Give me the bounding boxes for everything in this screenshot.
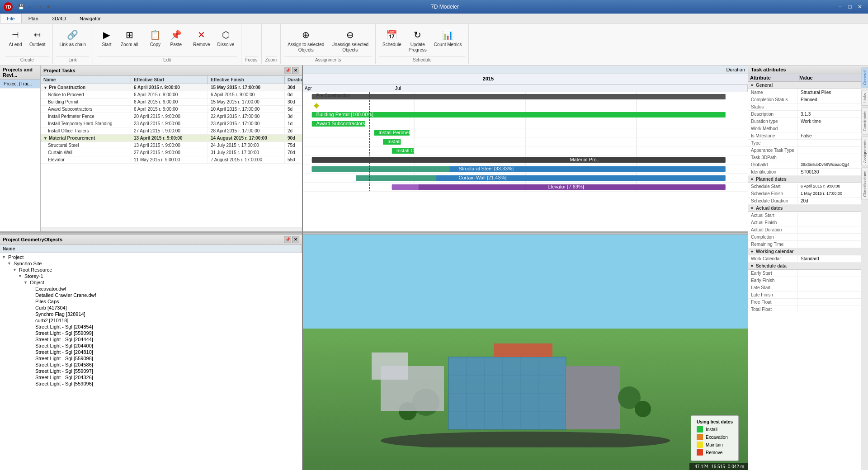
update-progress-btn[interactable]: ↻ UpdateProgress bbox=[406, 26, 430, 55]
tasks-pin-btn[interactable]: 📌 bbox=[284, 67, 291, 74]
zoom-all-btn[interactable]: ⊞ Zoom all bbox=[118, 26, 141, 50]
list-item[interactable]: Street Light - Sgl [559096] bbox=[0, 381, 302, 387]
list-item[interactable]: Street Light - Sgl [204586] bbox=[0, 362, 302, 368]
tab-3d4d[interactable]: 3D/4D bbox=[45, 14, 73, 23]
attr-key: Late Start bbox=[748, 284, 798, 291]
attr-key: Early Finish bbox=[748, 277, 798, 284]
assign-objects-btn[interactable]: ⊕ Assign to selectedObjects bbox=[284, 26, 327, 55]
copy-btn[interactable]: 📋 Copy bbox=[145, 26, 165, 50]
attr-section-working-calendar[interactable]: ▼Working calendar bbox=[748, 248, 861, 255]
list-item[interactable]: Curb [417304] bbox=[0, 305, 302, 311]
table-row[interactable]: ▼Material Procurement 13 April 2015 r. 9… bbox=[41, 135, 302, 142]
attr-val: Planned bbox=[798, 96, 861, 103]
tab-navigator[interactable]: Navigator bbox=[73, 14, 108, 23]
geo-pin-btn[interactable]: 📌 bbox=[284, 236, 291, 243]
list-item[interactable]: Street Light - Sgl [204400] bbox=[0, 343, 302, 349]
outdent-btn[interactable]: ↤ Outdent bbox=[26, 26, 49, 50]
tasks-hscrollbar[interactable] bbox=[41, 227, 302, 231]
minimize-btn[interactable]: − bbox=[835, 2, 844, 11]
list-item[interactable]: Street Light - Sgl [204326] bbox=[0, 374, 302, 381]
table-row[interactable]: Install Temporary Hard Standing 23 April… bbox=[41, 120, 302, 127]
qa-menu-btn[interactable]: ▼ bbox=[44, 3, 52, 11]
sidebar-tab-links[interactable]: Links bbox=[861, 90, 868, 106]
table-row[interactable]: Install Office Trailers 27 April 2015 r.… bbox=[41, 127, 302, 135]
count-metrics-btn[interactable]: 📊 Count Metrics bbox=[431, 26, 465, 50]
expand-icon: ▼ bbox=[18, 274, 24, 278]
list-item[interactable]: ▼Storey-1 bbox=[0, 273, 302, 279]
table-row[interactable]: ▼Pre Construction 6 April 2015 r. 9:00:0… bbox=[41, 84, 302, 91]
th-start[interactable]: Effective Start bbox=[131, 76, 208, 84]
table-row[interactable]: Building Permit 6 April 2015 r. 9:00:00 … bbox=[41, 99, 302, 106]
list-item[interactable]: Street Light - Sgl [559098] bbox=[0, 355, 302, 362]
list-item[interactable]: curb2 [210118] bbox=[0, 317, 302, 324]
project-item-1[interactable]: Project (Trai... bbox=[0, 80, 40, 89]
list-item[interactable]: Street Light - Sgl [204444] bbox=[0, 336, 302, 343]
gantt-body[interactable]: Pre Construction bbox=[303, 92, 748, 231]
remove-label: Remove bbox=[193, 42, 210, 47]
qa-save-btn[interactable]: 💾 bbox=[17, 3, 25, 11]
geo-th-name[interactable]: Name bbox=[0, 245, 302, 253]
geo-close-btn[interactable]: ✕ bbox=[292, 236, 299, 243]
collapse-icon[interactable]: ▼ bbox=[43, 136, 48, 141]
attr-section-schedule-data[interactable]: ▼Schedule data bbox=[748, 263, 861, 270]
close-btn[interactable]: ✕ bbox=[855, 2, 864, 11]
table-row[interactable]: Award Subcontractors 6 April 2015 r. 9:0… bbox=[41, 106, 302, 113]
restore-btn[interactable]: □ bbox=[845, 2, 854, 11]
start-btn[interactable]: ▶ Start bbox=[97, 26, 117, 50]
qa-undo-btn[interactable]: ↩ bbox=[26, 3, 34, 11]
list-item[interactable]: Street Light - Sgl [559099] bbox=[0, 330, 302, 336]
copy-icon: 📋 bbox=[149, 28, 161, 41]
table-row[interactable]: Notice to Proceed 6 April 2015 r. 9:00:0… bbox=[41, 91, 302, 99]
task-finish: 31 July 2015 r. 17:00:00 bbox=[208, 149, 285, 156]
sidebar-tab-assignments[interactable]: Assignments bbox=[861, 136, 868, 166]
schedule-btn[interactable]: 📅 Schedule bbox=[379, 26, 405, 50]
legend-label-remove: Remove bbox=[706, 450, 722, 455]
tab-plan[interactable]: Plan bbox=[22, 14, 45, 23]
link-as-chain-btn[interactable]: 🔗 Link as chain bbox=[57, 26, 89, 50]
table-row[interactable]: Curtain Wall 27 April 2015 r. 9:00:00 31… bbox=[41, 149, 302, 156]
th-finish[interactable]: Effective Finish bbox=[208, 76, 285, 84]
list-item[interactable]: ▼Synchro Site bbox=[0, 260, 302, 267]
paste-btn[interactable]: 📌 Paste bbox=[166, 26, 186, 50]
unassign-objects-btn[interactable]: ⊖ Unassign selectedObjects bbox=[328, 26, 372, 55]
list-item[interactable]: Detailed Crawler Crane.dwf bbox=[0, 292, 302, 298]
at-end-icon: ⊣ bbox=[9, 28, 22, 41]
view-3d-panel: Using best dates Install Excavation Main… bbox=[303, 235, 748, 470]
list-item[interactable]: ▼Root Resource bbox=[0, 267, 302, 273]
link-as-chain-label: Link as chain bbox=[60, 42, 86, 47]
qa-redo-btn[interactable]: ↪ bbox=[35, 3, 43, 11]
table-row[interactable]: Structural Steel 13 April 2015 r. 9:00:0… bbox=[41, 142, 302, 149]
list-item[interactable]: Synchro Flag [328914] bbox=[0, 311, 302, 317]
view-3d-canvas[interactable]: Using best dates Install Excavation Main… bbox=[303, 235, 748, 470]
dissolve-label: Dissolve bbox=[217, 42, 235, 47]
attr-section-general[interactable]: ▼General bbox=[748, 82, 861, 89]
sidebar-tab-general[interactable]: General bbox=[861, 67, 868, 88]
tasks-close-btn[interactable]: ✕ bbox=[292, 67, 299, 74]
list-item[interactable]: Street Light - Sgl [204810] bbox=[0, 349, 302, 355]
attr-key: Work Calendar bbox=[748, 255, 798, 262]
list-item[interactable]: ▼Object bbox=[0, 279, 302, 286]
list-item[interactable]: Street Light - Sgl [204854] bbox=[0, 324, 302, 330]
svg-point-43 bbox=[635, 401, 651, 417]
project-nav-title: Projects and Revi... bbox=[3, 67, 38, 78]
remove-btn[interactable]: ✕ Remove bbox=[190, 26, 213, 50]
list-item[interactable]: ▼Project bbox=[0, 254, 302, 260]
at-end-btn[interactable]: ⊣ At end bbox=[5, 26, 25, 50]
schedule-icon: 📅 bbox=[386, 28, 398, 41]
attr-section-planned-dates[interactable]: ▼Planned dates bbox=[748, 176, 861, 183]
attr-section-actual-dates[interactable]: ▼Actual dates bbox=[748, 205, 861, 212]
tab-file[interactable]: File bbox=[0, 14, 22, 23]
attr-row: Completion bbox=[748, 234, 861, 241]
th-dur[interactable]: Duration bbox=[285, 76, 302, 84]
list-item[interactable]: Excavator.dwf bbox=[0, 286, 302, 292]
dissolve-btn[interactable]: ⬡ Dissolve bbox=[214, 26, 238, 50]
table-row[interactable]: Elevator 11 May 2015 r. 9:00:00 7 August… bbox=[41, 156, 302, 164]
th-name[interactable]: Name bbox=[41, 76, 131, 84]
sidebar-tab-constraints[interactable]: Constraints bbox=[861, 108, 868, 135]
collapse-icon[interactable]: ▼ bbox=[43, 85, 48, 90]
attr-row: Work CalendarStandard bbox=[748, 255, 861, 263]
list-item[interactable]: Piles Caps bbox=[0, 298, 302, 305]
list-item[interactable]: Street Light - Sgl [559097] bbox=[0, 368, 302, 374]
table-row[interactable]: Install Perimeter Fence 20 April 2015 r.… bbox=[41, 113, 302, 120]
sidebar-tab-classifications[interactable]: Classifications bbox=[861, 168, 868, 200]
